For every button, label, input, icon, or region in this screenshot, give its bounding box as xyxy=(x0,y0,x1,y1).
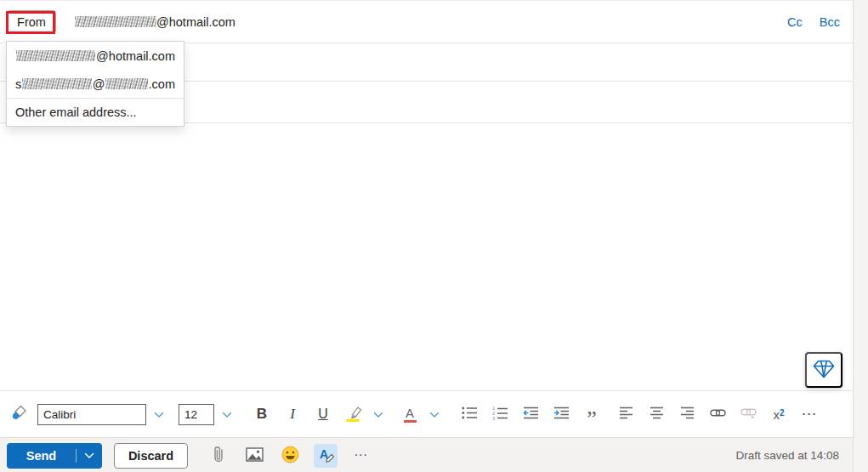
from-button-label: From xyxy=(17,15,46,29)
italic-icon: I xyxy=(290,406,295,423)
from-address: @hotmail.com xyxy=(75,15,235,29)
discard-label: Discard xyxy=(128,449,173,463)
insert-link-button[interactable] xyxy=(706,400,729,429)
from-option-other-account[interactable]: s@.com xyxy=(7,70,184,98)
numbered-list-button[interactable]: 1 2 3 xyxy=(488,400,512,429)
from-address-dropdown: @hotmail.com s@.com Other email address.… xyxy=(6,41,184,127)
discard-button[interactable]: Discard xyxy=(114,443,188,469)
other-email-address-option[interactable]: Other email address... xyxy=(7,98,184,126)
insert-tools: A … xyxy=(207,444,373,468)
right-gutter xyxy=(853,0,868,472)
chevron-down-icon xyxy=(373,408,383,421)
action-bar: Send Discard xyxy=(0,437,853,472)
email-tld: .com xyxy=(149,77,175,91)
redacted-email-local-part xyxy=(16,50,95,61)
redacted-email-domain xyxy=(105,78,147,89)
editor-diamond-button[interactable] xyxy=(805,352,842,388)
highlight-dropdown-button[interactable] xyxy=(366,400,390,429)
numbered-list-icon: 1 2 3 xyxy=(492,407,508,423)
align-right-button[interactable] xyxy=(675,400,699,429)
draft-status: Draft saved at 14:08 xyxy=(735,449,839,462)
outdent-icon xyxy=(523,407,539,422)
svg-text:×: × xyxy=(751,413,754,420)
align-center-button[interactable] xyxy=(644,400,668,429)
format-painter-icon xyxy=(10,404,28,424)
font-size-dropdown-button[interactable] xyxy=(215,400,239,429)
font-name-dropdown-button[interactable] xyxy=(147,400,171,429)
font-color-button[interactable]: A xyxy=(398,400,422,429)
emoji-icon xyxy=(281,446,299,466)
link-icon xyxy=(710,407,726,421)
redacted-email-local-part xyxy=(22,78,91,89)
bullet-list-button[interactable] xyxy=(457,400,481,429)
ink-editor-button[interactable]: A xyxy=(314,444,338,468)
font-size-input[interactable] xyxy=(179,404,214,425)
insert-image-button[interactable] xyxy=(242,444,266,468)
font-color-dropdown-button[interactable] xyxy=(423,400,446,429)
emoji-button[interactable] xyxy=(278,444,302,468)
formatting-toolbar: B I U xyxy=(0,390,853,437)
compose-window: From @hotmail.com Cc Bcc xyxy=(0,0,868,472)
more-icon: … xyxy=(801,401,818,419)
from-option-hotmail[interactable]: @hotmail.com xyxy=(7,42,184,70)
from-address-domain: @hotmail.com xyxy=(156,15,235,29)
cc-link[interactable]: Cc xyxy=(787,15,803,29)
email-domain: @hotmail.com xyxy=(96,49,175,63)
from-row: From @hotmail.com Cc Bcc xyxy=(0,1,853,43)
align-right-icon xyxy=(680,407,695,422)
compose-pane: From @hotmail.com Cc Bcc xyxy=(0,0,853,472)
redacted-email-local-part xyxy=(75,16,156,27)
send-split-button: Send xyxy=(7,443,102,469)
image-icon xyxy=(246,447,264,464)
indent-icon xyxy=(553,407,570,422)
pencil-icon xyxy=(326,452,335,465)
bcc-link[interactable]: Bcc xyxy=(820,15,840,29)
underline-button[interactable]: U xyxy=(311,400,335,429)
remove-link-button[interactable]: × xyxy=(736,400,760,429)
chevron-down-icon xyxy=(429,408,440,421)
align-left-icon xyxy=(619,407,633,422)
from-button[interactable]: From xyxy=(7,10,56,34)
chevron-down-icon xyxy=(222,408,232,421)
unlink-icon: × xyxy=(740,407,757,422)
svg-text:3: 3 xyxy=(492,415,496,419)
indent-button[interactable] xyxy=(549,400,573,429)
outdent-button[interactable] xyxy=(519,400,542,429)
superscript-button[interactable]: x2 xyxy=(767,400,791,429)
align-center-icon xyxy=(650,407,664,422)
bold-button[interactable]: B xyxy=(250,400,274,429)
align-left-button[interactable] xyxy=(614,400,638,429)
attach-file-button[interactable] xyxy=(207,444,230,468)
more-icon: … xyxy=(354,443,370,460)
diamond-icon xyxy=(813,360,835,381)
superscript-icon: x2 xyxy=(773,407,784,422)
email-lead: s xyxy=(15,77,21,91)
font-name-input[interactable] xyxy=(37,404,146,425)
paperclip-icon xyxy=(213,445,224,466)
highlighter-icon xyxy=(344,405,363,424)
other-email-label: Other email address... xyxy=(15,105,137,119)
more-formatting-button[interactable]: … xyxy=(797,400,821,429)
cc-bcc-links: Cc Bcc xyxy=(787,15,840,29)
highlight-button[interactable] xyxy=(342,400,366,429)
font-color-icon: A xyxy=(404,407,417,423)
quote-button[interactable]: ” xyxy=(580,400,604,429)
message-body[interactable] xyxy=(0,123,853,390)
italic-button[interactable]: I xyxy=(281,400,304,429)
chevron-down-icon xyxy=(154,408,164,421)
bullet-list-icon xyxy=(462,407,477,422)
underline-icon: U xyxy=(318,407,328,422)
more-options-button[interactable]: … xyxy=(349,444,373,468)
format-painter-button[interactable] xyxy=(7,400,31,429)
chevron-down-icon xyxy=(84,449,94,462)
send-button[interactable]: Send xyxy=(7,443,76,469)
email-at: @ xyxy=(93,77,105,91)
send-options-button[interactable] xyxy=(77,443,102,469)
send-label: Send xyxy=(26,449,56,463)
bold-icon: B xyxy=(257,406,267,423)
